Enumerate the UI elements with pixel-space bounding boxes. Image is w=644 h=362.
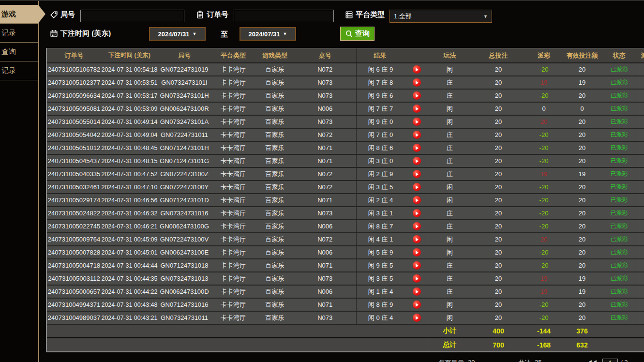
- search-icon: [345, 30, 353, 38]
- col-game-type: 游戏类型: [255, 48, 294, 63]
- cell-play: 庄: [427, 285, 472, 298]
- cell-table-no: N071: [294, 259, 356, 272]
- table-row[interactable]: 240731005032461 2024-07-31 00:47:10 GN07…: [47, 181, 644, 194]
- table-row[interactable]: 240731005095081 2024-07-31 00:53:09 GN00…: [47, 102, 644, 115]
- table-row[interactable]: 240731005106782 2024-07-31 00:54:18 GN07…: [47, 63, 644, 76]
- cell-order-id: 240731005029174: [47, 194, 101, 207]
- replay-button[interactable]: [413, 261, 421, 270]
- replay-button[interactable]: [413, 274, 421, 283]
- cell-valid-bet: 19: [563, 76, 601, 89]
- cell-valid-bet: 20: [563, 63, 601, 76]
- table-row[interactable]: 240731005003112 2024-07-31 00:44:35 GN07…: [47, 272, 644, 285]
- cell-play: 庄: [427, 259, 472, 272]
- cell-valid-bet: 20: [563, 246, 601, 259]
- date-to-picker[interactable]: 2024/07/31 ▼: [240, 27, 296, 41]
- replay-button[interactable]: [413, 183, 421, 191]
- cell-game-type: 百家乐: [255, 63, 294, 76]
- table-row[interactable]: 240731005096634 2024-07-31 00:53:17 GN07…: [47, 89, 644, 102]
- subtotal-row: 小计 400 -144 376: [47, 324, 644, 338]
- platform-select[interactable]: 1.全部 ▼: [389, 10, 492, 23]
- date-from-picker[interactable]: 2024/07/31 ▼: [149, 27, 206, 41]
- replay-button[interactable]: [413, 235, 421, 243]
- play-icon: [416, 211, 419, 215]
- table-row[interactable]: 240731005040335 2024-07-31 00:47:52 GN07…: [47, 167, 644, 181]
- replay-button[interactable]: [413, 301, 421, 309]
- table-row[interactable]: 240731005055014 2024-07-31 00:49:14 GN07…: [47, 115, 644, 128]
- cell-play: 庄: [427, 141, 472, 154]
- cell-play: 闲: [427, 233, 472, 246]
- table-row[interactable]: 240731005102377 2024-07-31 00:53:51 GN07…: [47, 76, 644, 89]
- replay-button[interactable]: [413, 314, 421, 322]
- table-row[interactable]: 240731005004718 2024-07-31 00:44:44 GN07…: [47, 259, 644, 272]
- page-number-input[interactable]: 1: [602, 359, 618, 362]
- cell-game-type: 百家乐: [255, 259, 294, 272]
- order-no-input[interactable]: [234, 10, 334, 22]
- cell-order-id: 240731005003112: [47, 272, 101, 285]
- cell-empty: [601, 338, 638, 351]
- cell-bet-time: 2024-07-31 00:49:04: [101, 128, 158, 141]
- cell-payout: 20: [524, 233, 563, 246]
- replay-button[interactable]: [413, 170, 421, 178]
- table-row[interactable]: 240731004989037 2024-07-31 00:43:21 GN07…: [47, 311, 644, 324]
- cell-extra: [638, 63, 644, 76]
- replay-button[interactable]: [413, 78, 421, 87]
- cell-status: 已派彩: [601, 102, 638, 115]
- cell-table-no: N072: [294, 128, 356, 141]
- cell-payout: 19: [524, 285, 563, 298]
- cell-table-no: N071: [294, 154, 356, 167]
- result-text: 闲 4 庄 1: [357, 235, 405, 244]
- cell-platform: 卡卡湾厅: [211, 181, 255, 194]
- replay-button[interactable]: [413, 222, 421, 230]
- replay-button[interactable]: [413, 131, 421, 139]
- cell-order-id: 240731005024822: [47, 207, 101, 220]
- cell-order-id: 240731005106782: [47, 63, 101, 76]
- replay-button[interactable]: [413, 287, 421, 296]
- cell-valid-bet: 20: [563, 259, 601, 272]
- cell-valid-bet: 20: [563, 220, 601, 233]
- cell-extra: [638, 181, 644, 194]
- cell-payout: -20: [524, 207, 563, 220]
- cell-table-no: N006: [294, 285, 356, 298]
- table-row[interactable]: 240731004994371 2024-07-31 00:43:48 GN07…: [47, 298, 644, 311]
- replay-button[interactable]: [413, 91, 421, 100]
- cell-game-no: GN0062473100G: [158, 220, 211, 233]
- sidebar-item-records-2[interactable]: 记录: [0, 61, 38, 80]
- cell-payout: -20: [524, 141, 563, 154]
- sidebar-item-records[interactable]: 记录: [0, 23, 38, 42]
- result-text: 闲 3 庄 0: [357, 157, 405, 166]
- table-row[interactable]: 240731005022745 2024-07-31 00:46:21 GN00…: [47, 220, 644, 233]
- replay-button[interactable]: [413, 248, 421, 256]
- cell-total-bet: 20: [472, 154, 524, 167]
- table-row[interactable]: 240731005024822 2024-07-31 00:46:32 GN07…: [47, 207, 644, 220]
- sidebar-item-games[interactable]: 游戏: [0, 5, 38, 23]
- table-row[interactable]: 240731005045437 2024-07-31 00:48:15 GN07…: [47, 154, 644, 167]
- replay-button[interactable]: [413, 196, 421, 204]
- game-no-input[interactable]: [80, 10, 184, 22]
- cell-total-bet: 20: [472, 272, 524, 285]
- cell-total-bet: 20: [472, 207, 524, 220]
- replay-button[interactable]: [413, 144, 421, 152]
- cell-table-no: N072: [294, 63, 356, 76]
- table-row[interactable]: 240731005054042 2024-07-31 00:49:04 GN07…: [47, 128, 644, 141]
- table-row[interactable]: 240731005051012 2024-07-31 00:48:45 GN07…: [47, 141, 644, 154]
- cell-status: 已派彩: [601, 207, 638, 220]
- table-row[interactable]: 240731005029174 2024-07-31 00:46:56 GN07…: [47, 194, 644, 207]
- play-icon: [416, 251, 419, 255]
- cell-bet-time: 2024-07-31 00:53:51: [101, 76, 158, 89]
- result-text: 闲 7 庄 7: [357, 105, 405, 113]
- prev-page-icon[interactable]: ◄◄: [588, 359, 598, 362]
- sidebar-item-query[interactable]: 查询: [0, 42, 38, 61]
- cell-result: 闲 7 庄 7: [356, 102, 427, 115]
- replay-button[interactable]: [413, 65, 421, 74]
- replay-button[interactable]: [413, 118, 421, 126]
- cell-result: 闲 3 庄 0: [356, 154, 427, 167]
- replay-button[interactable]: [413, 157, 421, 165]
- table-row[interactable]: 240731005000657 2024-07-31 00:44:22 GN00…: [47, 285, 644, 298]
- replay-button[interactable]: [413, 209, 421, 217]
- play-icon: [416, 172, 419, 176]
- table-row[interactable]: 240731005009764 2024-07-31 00:45:09 GN07…: [47, 233, 644, 246]
- search-button[interactable]: 查询: [340, 27, 374, 41]
- replay-button[interactable]: [413, 105, 421, 113]
- table-row[interactable]: 240731005007828 2024-07-31 00:45:01 GN00…: [47, 246, 644, 259]
- chevron-down-icon: ▼: [193, 31, 197, 36]
